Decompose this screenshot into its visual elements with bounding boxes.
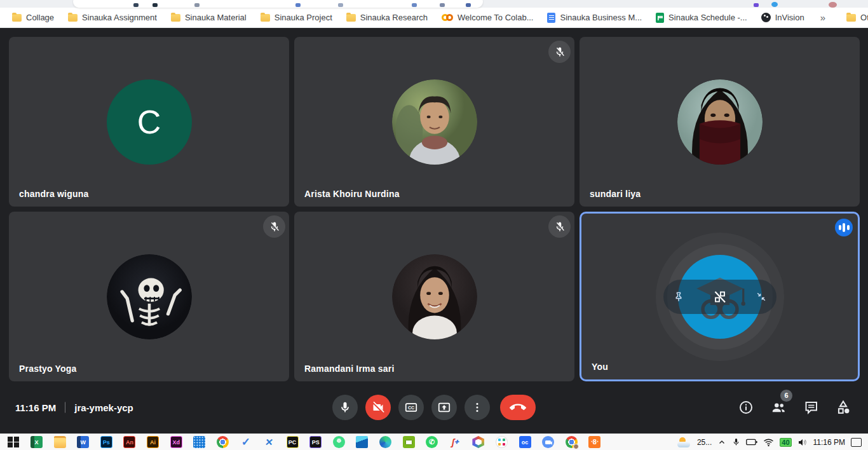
extension-icon-partial[interactable]: [771, 2, 778, 7]
meeting-code: jra-ymek-ycp: [74, 402, 133, 412]
excel-icon[interactable]: X: [30, 435, 44, 449]
call-controls: CC: [332, 395, 536, 420]
participant-tile[interactable]: Arista Khoiru Nurdina: [294, 37, 574, 207]
slack-icon[interactable]: [494, 435, 508, 449]
folder-icon: [171, 14, 180, 22]
extension-icon-partial[interactable]: [440, 3, 445, 7]
mic-muted-indicator: [548, 41, 571, 63]
chat-button[interactable]: [803, 399, 819, 416]
system-tray: 25... 40 11:16 PM: [677, 437, 865, 447]
grid-off-icon[interactable]: [712, 289, 728, 304]
camera-off-button[interactable]: [365, 395, 391, 420]
battery-percent-badge[interactable]: 40: [780, 438, 791, 447]
extension-icon-partial[interactable]: [412, 3, 417, 7]
extension-icon-partial[interactable]: [194, 3, 200, 7]
speaker-icon[interactable]: [797, 438, 808, 447]
extension-icon-partial[interactable]: [133, 3, 139, 7]
bookmark-label: Collage: [26, 13, 54, 22]
bookmark-sinauka-research[interactable]: Sinauka Research: [341, 10, 433, 25]
word-icon[interactable]: W: [76, 435, 90, 449]
action-center-icon[interactable]: [851, 438, 862, 447]
bookmark-label: Sinauka Business M...: [560, 13, 642, 22]
browser-toolbar-partial: [0, 0, 868, 8]
meeting-details-button[interactable]: [738, 399, 754, 416]
bookmark-colab[interactable]: Welcome To Colab...: [436, 10, 539, 25]
pycharm-icon[interactable]: PC: [285, 435, 299, 449]
mic-button[interactable]: [332, 395, 358, 420]
extension-icon-partial[interactable]: [338, 3, 343, 7]
more-options-button[interactable]: [465, 395, 490, 420]
end-call-button[interactable]: [500, 395, 536, 420]
bookmark-label: Sinauka Project: [275, 13, 332, 22]
taskbar-apps: X W Ps An Ai Xd ✓ ✕ PC PS ✆ ʃ✚ oc ꞏ8ꞏ: [3, 435, 602, 449]
meeting-panels: 6: [738, 399, 851, 416]
illustrator-icon[interactable]: Ai: [146, 435, 160, 449]
folder-icon: [12, 14, 22, 22]
participants-count-badge: 6: [780, 390, 792, 402]
battery-icon[interactable]: [746, 438, 757, 446]
camera-app-icon[interactable]: [402, 435, 416, 449]
self-tile-actions: [663, 280, 776, 314]
participant-tile[interactable]: Ramandani Irma sari: [294, 212, 574, 381]
participants-button[interactable]: 6: [770, 399, 787, 416]
extension-icon-partial[interactable]: [466, 3, 471, 7]
bookmark-collage[interactable]: Collage: [6, 10, 60, 25]
participant-tile[interactable]: C chandra wiguna: [9, 37, 289, 207]
tray-mic-icon[interactable]: [732, 437, 740, 447]
phpstorm-icon[interactable]: PS: [309, 435, 323, 449]
bookmark-sinauka-business[interactable]: Sinauka Business M...: [541, 10, 648, 25]
bookmarks-overflow-chevron[interactable]: »: [815, 12, 831, 23]
bookmark-sinauka-material[interactable]: Sinauka Material: [165, 10, 252, 25]
profile-avatar-partial[interactable]: [829, 2, 837, 8]
captions-button[interactable]: CC: [398, 395, 424, 420]
activities-button[interactable]: [835, 399, 851, 416]
tray-clock[interactable]: 11:16 PM: [813, 438, 845, 447]
tray-overflow-chevron-icon[interactable]: [717, 438, 726, 447]
weather-temp[interactable]: 25...: [697, 438, 712, 447]
extension-icon-partial[interactable]: [153, 3, 158, 7]
folder-icon: [346, 14, 356, 22]
android-studio-icon[interactable]: [332, 435, 346, 449]
minimize-icon[interactable]: [755, 290, 768, 303]
folder-icon: [846, 14, 856, 22]
zoom-icon[interactable]: [541, 435, 555, 449]
hexagon-app-icon[interactable]: [471, 435, 485, 449]
participant-tile[interactable]: Prastyo Yoga: [9, 212, 289, 381]
participant-tile-you[interactable]: You: [580, 212, 860, 381]
photo-avatar: [392, 79, 477, 165]
meet-control-bar: 11:16 PM jra-ymek-ycp CC: [0, 381, 868, 433]
extension-icon-partial[interactable]: [754, 3, 759, 7]
start-button[interactable]: [6, 435, 20, 449]
mail-icon[interactable]: [355, 435, 369, 449]
participant-tile[interactable]: sundari liya: [580, 37, 860, 207]
extension-icon-partial[interactable]: [295, 3, 301, 7]
wifi-icon[interactable]: [763, 438, 774, 447]
pin-icon[interactable]: [672, 290, 685, 303]
chrome-icon[interactable]: [215, 435, 229, 449]
photo-avatar: [392, 254, 477, 339]
other-bookmarks-button[interactable]: Other bookmarks: [841, 10, 868, 25]
whatsapp-icon[interactable]: ✆: [425, 435, 439, 449]
xampp-icon[interactable]: ꞏ8ꞏ: [588, 435, 602, 449]
bookmark-invision[interactable]: InVision: [756, 10, 810, 25]
participant-grid: C chandra wiguna: [9, 37, 860, 381]
photoshop-icon[interactable]: Ps: [99, 435, 113, 449]
participant-name: Arista Khoiru Nurdina: [304, 189, 400, 199]
bookmark-sinauka-schedule[interactable]: Sinauka Schedule -...: [650, 10, 753, 25]
present-screen-button[interactable]: [431, 395, 457, 420]
file-explorer-icon[interactable]: [53, 435, 67, 449]
bookmark-sinauka-project[interactable]: Sinauka Project: [255, 10, 338, 25]
todo-check-icon[interactable]: ✓: [239, 435, 253, 449]
red-logo-app-icon[interactable]: ʃ✚: [448, 435, 462, 449]
chrome-profile-icon[interactable]: [564, 435, 578, 449]
bookmark-sinauka-assignment[interactable]: Sinauka Assignment: [62, 10, 163, 25]
animate-icon[interactable]: An: [123, 435, 137, 449]
edge-icon[interactable]: [379, 435, 393, 449]
calendar-icon[interactable]: [193, 435, 207, 449]
audio-activity-indicator: [835, 219, 853, 236]
visual-studio-icon[interactable]: ✕: [262, 435, 276, 449]
google-sheets-icon: [656, 13, 664, 23]
oc-app-icon[interactable]: oc: [518, 435, 532, 449]
weather-icon[interactable]: [677, 437, 691, 447]
adobe-xd-icon[interactable]: Xd: [169, 435, 183, 449]
